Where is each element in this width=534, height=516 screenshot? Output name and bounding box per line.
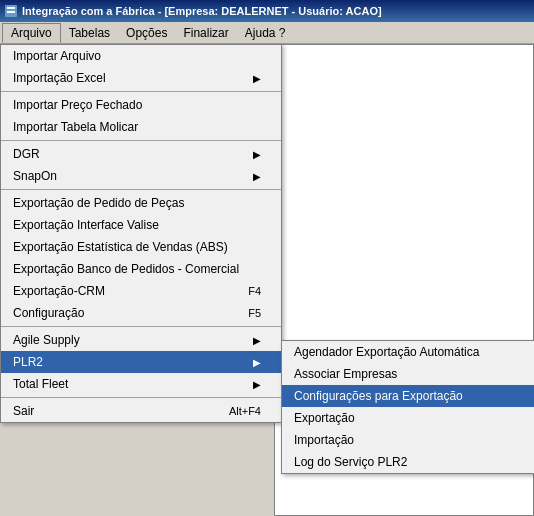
menu-item-exportacao-pedido[interactable]: Exportação de Pedido de Peças: [1, 192, 281, 214]
submenu-arrow-snapon: ▶: [253, 171, 261, 182]
svg-rect-1: [7, 7, 15, 9]
shortcut-sair: Alt+F4: [229, 405, 261, 417]
menu-item-importar-tabela[interactable]: Importar Tabela Molicar: [1, 116, 281, 138]
menu-item-importar-preco[interactable]: Importar Preço Fechado: [1, 94, 281, 116]
title-bar: Integração com a Fábrica - [Empresa: DEA…: [0, 0, 534, 22]
menu-tabelas[interactable]: Tabelas: [61, 23, 118, 43]
menu-item-importar-arquivo[interactable]: Importar Arquivo: [1, 45, 281, 67]
menu-item-importacao-excel[interactable]: Importação Excel ▶: [1, 67, 281, 89]
separator-3: [1, 189, 281, 190]
menu-item-sair[interactable]: Sair Alt+F4: [1, 400, 281, 422]
submenu-arrow-fleet: ▶: [253, 379, 261, 390]
menu-arquivo[interactable]: Arquivo: [2, 23, 61, 43]
app-body: Importar Arquivo Importação Excel ▶ Impo…: [0, 44, 534, 516]
menu-item-dgr[interactable]: DGR ▶: [1, 143, 281, 165]
menu-finalizar[interactable]: Finalizar: [175, 23, 236, 43]
submenu-arrow-excel: ▶: [253, 73, 261, 84]
submenu-arrow-plr2: ▶: [253, 357, 261, 368]
separator-2: [1, 140, 281, 141]
plr2-submenu: Agendador Exportação Automática Associar…: [281, 340, 534, 474]
menu-bar: Arquivo Tabelas Opções Finalizar Ajuda ?: [0, 22, 534, 44]
plr2-configuracoes[interactable]: Configurações para Exportação: [282, 385, 534, 407]
plr2-exportacao[interactable]: Exportação: [282, 407, 534, 429]
window-title: Integração com a Fábrica - [Empresa: DEA…: [22, 5, 382, 17]
arquivo-dropdown: Importar Arquivo Importação Excel ▶ Impo…: [0, 44, 282, 423]
plr2-associar[interactable]: Associar Empresas: [282, 363, 534, 385]
menu-item-total-fleet[interactable]: Total Fleet ▶: [1, 373, 281, 395]
separator-5: [1, 397, 281, 398]
menu-item-configuracao[interactable]: Configuração F5: [1, 302, 281, 324]
menu-opcoes[interactable]: Opções: [118, 23, 175, 43]
content-area: Importar Arquivo Importação Excel ▶ Impo…: [0, 44, 534, 516]
menu-item-exportacao-interface[interactable]: Exportação Interface Valise: [1, 214, 281, 236]
app-icon: [4, 4, 18, 18]
plr2-agendador[interactable]: Agendador Exportação Automática: [282, 341, 534, 363]
shortcut-config: F5: [248, 307, 261, 319]
menu-item-exportacao-crm[interactable]: Exportação-CRM F4: [1, 280, 281, 302]
menu-item-agile-supply[interactable]: Agile Supply ▶: [1, 329, 281, 351]
separator-4: [1, 326, 281, 327]
menu-ajuda[interactable]: Ajuda ?: [237, 23, 294, 43]
submenu-arrow-dgr: ▶: [253, 149, 261, 160]
plr2-importacao[interactable]: Importação: [282, 429, 534, 451]
menu-item-exportacao-estatistica[interactable]: Exportação Estatística de Vendas (ABS): [1, 236, 281, 258]
submenu-arrow-agile: ▶: [253, 335, 261, 346]
menu-item-exportacao-banco[interactable]: Exportação Banco de Pedidos - Comercial: [1, 258, 281, 280]
shortcut-crm: F4: [248, 285, 261, 297]
plr2-log-servico[interactable]: Log do Serviço PLR2: [282, 451, 534, 473]
menu-item-plr2[interactable]: PLR2 ▶: [1, 351, 281, 373]
svg-rect-2: [7, 11, 15, 13]
menu-item-snapon[interactable]: SnapOn ▶: [1, 165, 281, 187]
separator-1: [1, 91, 281, 92]
